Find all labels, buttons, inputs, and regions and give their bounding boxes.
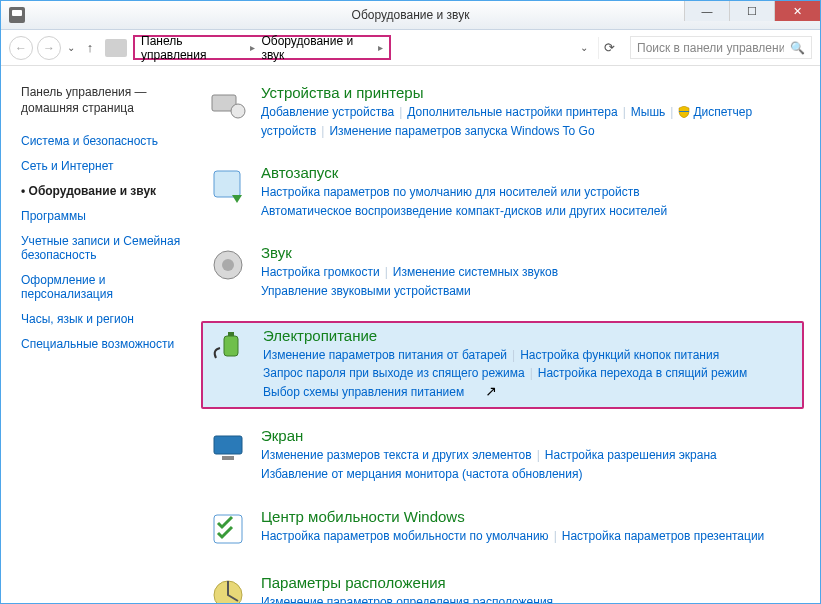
category-icon <box>207 508 249 550</box>
content-body: Панель управления — домашняя страница Си… <box>1 66 820 603</box>
category-links: Добавление устройства|Дополнительные нас… <box>261 103 798 140</box>
separator: | <box>399 105 402 119</box>
category-icon <box>207 427 249 469</box>
category-icon <box>207 574 249 604</box>
task-link[interactable]: Управление звуковыми устройствами <box>261 284 471 298</box>
category-icon <box>207 244 249 286</box>
sidebar-item-7[interactable]: Специальные возможности <box>21 337 195 351</box>
separator: | <box>670 105 673 119</box>
separator: | <box>512 348 515 362</box>
task-link[interactable]: Настройка функций кнопок питания <box>520 348 719 362</box>
svg-marker-4 <box>232 195 242 203</box>
category-4: ЭкранИзменение размеров текста и других … <box>201 423 804 489</box>
main-panel: Устройства и принтерыДобавление устройст… <box>201 66 820 603</box>
category-6: Параметры расположенияИзменение параметр… <box>201 570 804 604</box>
category-0: Устройства и принтерыДобавление устройст… <box>201 80 804 146</box>
svg-point-1 <box>231 104 245 118</box>
category-links: Настройка параметров по умолчанию для но… <box>261 183 798 220</box>
location-icon <box>105 39 127 57</box>
breadcrumb-root[interactable]: Панель управления <box>141 34 244 62</box>
history-dropdown[interactable]: ⌄ <box>65 42 77 53</box>
separator: | <box>537 448 540 462</box>
sidebar-item-0[interactable]: Система и безопасность <box>21 134 195 148</box>
category-title[interactable]: Устройства и принтеры <box>261 84 798 101</box>
category-links: Изменение размеров текста и других элеме… <box>261 446 798 483</box>
task-link[interactable]: Автоматическое воспроизведение компакт-д… <box>261 204 667 218</box>
forward-button[interactable]: → <box>37 36 61 60</box>
separator: | <box>321 124 324 138</box>
chevron-right-icon: ▸ <box>250 42 255 53</box>
shield-icon <box>678 105 690 117</box>
navbar: ← → ⌄ ↑ Панель управления ▸ Оборудование… <box>1 30 820 66</box>
task-link[interactable]: Настройка перехода в спящий режим <box>538 366 747 380</box>
refresh-button[interactable]: ⟳ <box>598 37 620 59</box>
task-link[interactable]: Настройка параметров по умолчанию для но… <box>261 185 640 199</box>
sidebar-item-4[interactable]: Учетные записи и Семейная безопасность <box>21 234 195 262</box>
task-link[interactable]: Изменение параметров определения располо… <box>261 595 553 604</box>
task-link[interactable]: Добавление устройства <box>261 105 394 119</box>
task-link[interactable]: Дополнительные настройки принтера <box>407 105 617 119</box>
task-link[interactable]: Мышь <box>631 105 666 119</box>
breadcrumb[interactable]: Панель управления ▸ Оборудование и звук … <box>133 35 391 60</box>
category-2: ЗвукНастройка громкости|Изменение систем… <box>201 240 804 306</box>
sidebar-item-2[interactable]: Оборудование и звук <box>21 184 195 198</box>
address-dropdown[interactable]: ⌄ <box>578 42 590 53</box>
window-title: Оборудование и звук <box>352 8 470 22</box>
sidebar-item-1[interactable]: Сеть и Интернет <box>21 159 195 173</box>
category-title[interactable]: Электропитание <box>263 327 796 344</box>
sidebar-item-6[interactable]: Часы, язык и регион <box>21 312 195 326</box>
svg-point-6 <box>222 259 234 271</box>
address-tail: ⌄ ⟳ <box>395 37 626 59</box>
category-links: Изменение параметров питания от батарей|… <box>263 346 796 402</box>
sidebar-home-link[interactable]: Панель управления — домашняя страница <box>21 84 195 116</box>
category-title[interactable]: Автозапуск <box>261 164 798 181</box>
category-title[interactable]: Звук <box>261 244 798 261</box>
task-link[interactable]: Изменение параметров запуска Windows To … <box>329 124 594 138</box>
category-links: Изменение параметров определения располо… <box>261 593 798 604</box>
category-title[interactable]: Экран <box>261 427 798 444</box>
breadcrumb-current[interactable]: Оборудование и звук <box>261 34 372 62</box>
category-links: Настройка параметров мобильности по умол… <box>261 527 798 546</box>
sidebar: Панель управления — домашняя страница Си… <box>1 66 201 603</box>
category-icon <box>207 84 249 126</box>
svg-rect-2 <box>679 111 689 112</box>
search-placeholder: Поиск в панели управления <box>637 41 784 55</box>
svg-rect-7 <box>224 336 238 356</box>
svg-rect-10 <box>222 456 234 460</box>
back-button[interactable]: ← <box>9 36 33 60</box>
category-links: Настройка громкости|Изменение системных … <box>261 263 798 300</box>
task-link[interactable]: Изменение системных звуков <box>393 265 558 279</box>
svg-rect-3 <box>214 171 240 197</box>
category-icon <box>207 164 249 206</box>
separator: | <box>623 105 626 119</box>
task-link[interactable]: Изменение параметров питания от батарей <box>263 348 507 362</box>
search-input[interactable]: Поиск в панели управления 🔍 <box>630 36 812 59</box>
task-link[interactable]: Настройка разрешения экрана <box>545 448 717 462</box>
task-link[interactable]: Избавление от мерцания монитора (частота… <box>261 467 582 481</box>
category-3: ЭлектропитаниеИзменение параметров питан… <box>201 321 804 410</box>
task-link[interactable]: Запрос пароля при выходе из спящего режи… <box>263 366 525 380</box>
task-link[interactable]: Настройка параметров презентации <box>562 529 765 543</box>
chevron-right-icon: ▸ <box>378 42 383 53</box>
separator: | <box>530 366 533 380</box>
svg-rect-9 <box>214 436 242 454</box>
task-link[interactable]: Изменение размеров текста и других элеме… <box>261 448 532 462</box>
sidebar-item-5[interactable]: Оформление и персонализация <box>21 273 195 301</box>
task-link[interactable]: Выбор схемы управления питанием <box>263 385 464 399</box>
window-buttons: — ☐ ✕ <box>684 1 820 21</box>
category-title[interactable]: Параметры расположения <box>261 574 798 591</box>
maximize-button[interactable]: ☐ <box>729 1 774 21</box>
titlebar: Оборудование и звук — ☐ ✕ <box>1 1 820 30</box>
category-1: АвтозапускНастройка параметров по умолча… <box>201 160 804 226</box>
category-icon <box>209 327 251 369</box>
close-button[interactable]: ✕ <box>774 1 820 21</box>
search-icon: 🔍 <box>790 41 805 55</box>
up-button[interactable]: ↑ <box>81 39 99 57</box>
svg-rect-8 <box>228 332 234 336</box>
task-link[interactable]: Настройка параметров мобильности по умол… <box>261 529 549 543</box>
separator: | <box>385 265 388 279</box>
task-link[interactable]: Настройка громкости <box>261 265 380 279</box>
minimize-button[interactable]: — <box>684 1 729 21</box>
sidebar-item-3[interactable]: Программы <box>21 209 195 223</box>
category-title[interactable]: Центр мобильности Windows <box>261 508 798 525</box>
